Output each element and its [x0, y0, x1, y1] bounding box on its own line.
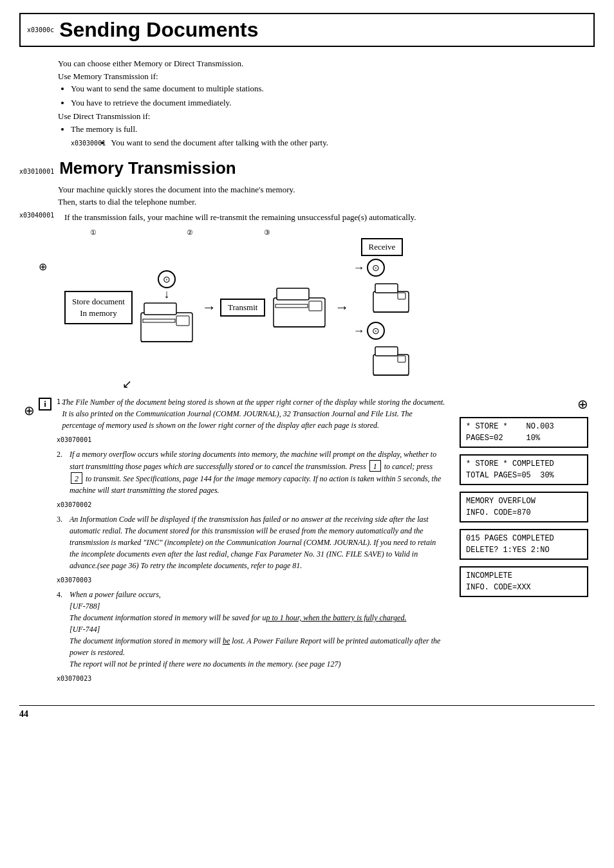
doc-code: x03000c [27, 26, 54, 33]
code-c1: x03070001 [57, 435, 102, 445]
svg-rect-12 [398, 293, 405, 299]
note-content: 1. The File Number of the document being… [57, 396, 447, 687]
direct-bullet-1: The memory is full. [71, 123, 595, 136]
direct-bullet-2: You want to send the document after talk… [111, 136, 328, 149]
svg-rect-8 [275, 304, 308, 308]
fax-machine-receive-2 [372, 345, 411, 377]
note2-text: If a memory overflow occurs while storin… [70, 448, 447, 496]
step2-number: ② [187, 228, 193, 237]
receive-box: Receive [361, 238, 404, 256]
fax1-circle: ⊙ [158, 270, 176, 288]
svg-rect-3 [143, 319, 175, 322]
svg-rect-7 [309, 301, 322, 311]
page-title: Sending Documents [59, 18, 258, 42]
note1-text: The File Number of the document being st… [62, 396, 447, 431]
memory-heading-row: x03010001 Memory Transmission [19, 158, 595, 178]
svg-rect-16 [398, 356, 405, 362]
notes-section: i 1. The File Number of the document bei… [39, 396, 447, 692]
note4-number: 4. [57, 589, 70, 600]
note-icon: i [39, 398, 51, 411]
page-footer: 44 [19, 705, 595, 719]
svg-rect-2 [176, 316, 189, 326]
note4-content: When a power failure occurs, [UF-788] Th… [70, 589, 447, 670]
lcd-display-1: * STORE * NO.003 PAGES=02 10% [460, 417, 588, 448]
crosshair-left: ⊕ [24, 403, 35, 418]
left-margin-icon: ⊕ [39, 261, 47, 273]
step1-number: ① [90, 228, 97, 237]
memory-bullets: You want to send the same document to mu… [71, 82, 595, 109]
page-header: x03000c Sending Documents [19, 13, 595, 47]
svg-rect-1 [144, 303, 176, 315]
arrow-to-transmit: → [202, 299, 216, 316]
fax-machine-receive-1 [372, 282, 411, 314]
memory-section-heading: Memory Transmission [59, 158, 236, 178]
intro-section: You can choose either Memory or Direct T… [58, 57, 595, 151]
transmit-box: Transmit [220, 299, 265, 317]
svg-rect-15 [375, 347, 398, 356]
lcd-display-4: 015 PAGES COMPLETED DELETE? 1:YES 2:NO [460, 529, 588, 560]
fax-machine-1 [138, 300, 196, 345]
memory-para3: If the transmission fails, your machine … [64, 211, 595, 224]
receive-circle-2: ⊙ [367, 322, 385, 340]
fax-machine-2 [270, 285, 328, 330]
direct-bullets: The memory is full. x03030001 You want t… [71, 123, 595, 151]
intro-lead: You can choose either Memory or Direct T… [58, 57, 595, 70]
note3-text: An Information Code will be displayed if… [70, 513, 447, 571]
note1-number: 1. [57, 396, 59, 407]
memory-bullet-2: You have to retrieve the document immedi… [71, 97, 595, 109]
lcd-display-2: * STORE * COMPLETED TOTAL PAGES=05 30% [460, 454, 588, 485]
note2-number: 2. [57, 448, 70, 460]
svg-rect-11 [375, 284, 398, 293]
lcd-display-3: MEMORY OVERFLOW INFO. CODE=870 [460, 492, 588, 522]
page-number: 44 [19, 709, 28, 719]
store-line1: Store document [72, 297, 125, 306]
lcd-displays: * STORE * NO.003 PAGES=02 10% * STORE * … [460, 417, 588, 597]
press-1: 1 [369, 460, 381, 472]
store-document-box: Store document In memory [64, 291, 133, 324]
arrow-to-receive: → [335, 299, 349, 316]
code-label-40001: x03040001 [19, 211, 64, 219]
code-c4: x03070023 [57, 674, 102, 683]
receive-arrow-2: → [353, 324, 364, 338]
curved-arrow: ↙ [122, 377, 595, 391]
code-c2: x03070002 [57, 500, 102, 510]
lcd-display-5: INCOMPLETE INFO. CODE=XXX [460, 566, 588, 597]
fax1-down-arrow: ↓ [163, 288, 169, 300]
memory-bullet-1: You want to send the same document to mu… [71, 82, 595, 95]
press-2: 2 [71, 472, 82, 484]
receive-circle-1: ⊙ [367, 259, 385, 277]
store-line2: In memory [80, 308, 116, 318]
note3-number: 3. [57, 513, 70, 525]
code-c3: x03070003 [57, 575, 102, 585]
memory-section-code: x03010001 [19, 168, 54, 175]
crosshair-right: ⊕ [577, 396, 588, 412]
receive-arrow-1: → [353, 261, 364, 275]
memory-label: Use Memory Transmission if: [58, 70, 595, 83]
svg-rect-6 [277, 288, 309, 300]
step3-number: ③ [264, 228, 270, 237]
memory-para1: Your machine quickly stores the document… [58, 183, 595, 196]
direct-label: Use Direct Transmission if: [58, 110, 595, 123]
memory-para2: Then, starts to dial the telephone numbe… [58, 196, 595, 208]
